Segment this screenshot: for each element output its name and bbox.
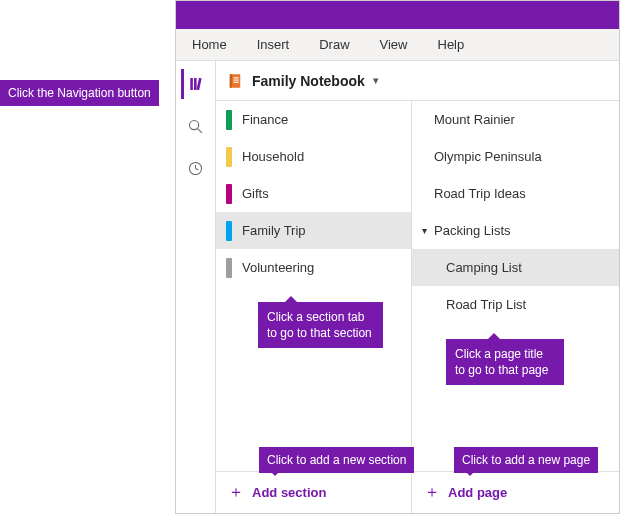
add-section-button[interactable]: ＋ Add section [216,471,411,513]
callout-new-page: Click to add a new page [454,447,598,473]
callout-page-text: Click a page title to go to that page [455,347,548,377]
page-row[interactable]: Road Trip Ideas [412,175,619,212]
section-color-tab [226,147,232,167]
title-bar [176,1,619,29]
section-label: Volunteering [242,260,314,275]
callout-new-page-text: Click to add a new page [462,453,590,467]
clock-icon [187,160,204,177]
svg-rect-11 [234,79,239,80]
svg-rect-0 [190,78,193,90]
menu-view[interactable]: View [380,37,408,52]
app-window: Home Insert Draw View Help [175,0,620,514]
section-color-tab [226,221,232,241]
menu-draw[interactable]: Draw [319,37,349,52]
page-row[interactable]: Road Trip List [412,286,619,323]
section-row[interactable]: Volunteering [216,249,411,286]
svg-point-3 [189,120,198,129]
section-color-tab [226,184,232,204]
navigation-panel: Family Notebook ▾ FinanceHouseholdGiftsF… [216,61,619,513]
page-row[interactable]: Olympic Peninsula [412,138,619,175]
svg-rect-9 [230,74,232,88]
menu-insert[interactable]: Insert [257,37,290,52]
section-row[interactable]: Finance [216,101,411,138]
page-label: Camping List [446,260,522,275]
page-row[interactable]: Camping List [412,249,619,286]
page-label: Road Trip Ideas [434,186,526,201]
search-button[interactable] [181,111,211,141]
svg-rect-1 [194,78,197,90]
svg-line-7 [196,168,199,169]
search-icon [187,118,204,135]
callout-new-section: Click to add a new section [259,447,414,473]
page-row[interactable]: ▾Packing Lists [412,212,619,249]
svg-rect-2 [197,78,202,90]
menu-help[interactable]: Help [438,37,465,52]
notebook-title: Family Notebook [252,73,365,89]
page-row[interactable]: Mount Rainier [412,101,619,138]
section-label: Finance [242,112,288,127]
sections-list: FinanceHouseholdGiftsFamily TripVoluntee… [216,101,411,471]
section-label: Gifts [242,186,269,201]
callout-new-section-text: Click to add a new section [267,453,406,467]
notebook-header[interactable]: Family Notebook ▾ [216,61,619,101]
notebook-icon [226,72,244,90]
callout-section-text: Click a section tab to go to that sectio… [267,310,372,340]
section-label: Household [242,149,304,164]
callout-page: Click a page title to go to that page [446,339,564,385]
callout-section: Click a section tab to go to that sectio… [258,302,383,348]
section-row[interactable]: Gifts [216,175,411,212]
chevron-down-icon: ▾ [418,225,430,236]
pages-list: Mount RainierOlympic PeninsulaRoad Trip … [412,101,619,471]
page-label: Road Trip List [446,297,526,312]
svg-line-4 [198,128,202,132]
page-label: Packing Lists [434,223,511,238]
page-label: Olympic Peninsula [434,149,542,164]
add-page-button[interactable]: ＋ Add page [412,471,619,513]
section-row[interactable]: Family Trip [216,212,411,249]
navigation-button[interactable] [181,69,211,99]
svg-rect-12 [234,81,239,82]
section-color-tab [226,110,232,130]
plus-icon: ＋ [228,482,244,503]
callout-navigation: Click the Navigation button [0,80,159,106]
section-label: Family Trip [242,223,306,238]
section-row[interactable]: Household [216,138,411,175]
menu-home[interactable]: Home [192,37,227,52]
books-icon [188,75,206,93]
svg-rect-10 [234,77,239,78]
add-section-label: Add section [252,485,326,500]
left-rail [176,61,216,513]
app-body: Family Notebook ▾ FinanceHouseholdGiftsF… [176,61,619,513]
page-label: Mount Rainier [434,112,515,127]
menu-bar: Home Insert Draw View Help [176,29,619,61]
chevron-down-icon: ▾ [373,74,379,87]
callout-navigation-text: Click the Navigation button [8,86,151,100]
plus-icon: ＋ [424,482,440,503]
recent-button[interactable] [181,153,211,183]
add-page-label: Add page [448,485,507,500]
section-color-tab [226,258,232,278]
